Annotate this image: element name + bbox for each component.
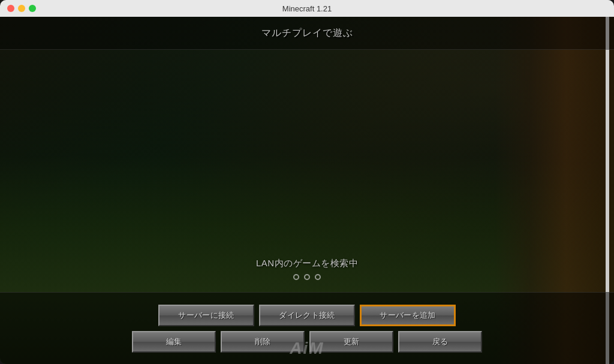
page-title: マルチプレイで遊ぶ xyxy=(261,27,353,40)
window-title: Minecraft 1.21 xyxy=(282,4,332,13)
edit-button[interactable]: 編集 xyxy=(132,331,216,353)
lan-status-text: LAN内のゲームを検索中 xyxy=(256,258,358,269)
title-bar: Minecraft 1.21 xyxy=(0,0,614,17)
main-window: Minecraft 1.21 マルチプレイで遊ぶ LAN内のゲームを検索中 xyxy=(0,0,614,364)
traffic-lights xyxy=(7,5,36,12)
minimize-button[interactable] xyxy=(18,5,25,12)
maximize-button[interactable] xyxy=(29,5,36,12)
lan-dot-2 xyxy=(304,274,310,280)
header-area: マルチプレイで遊ぶ xyxy=(0,17,614,50)
direct-connect-button[interactable]: ダイレクト接続 xyxy=(259,305,355,326)
add-server-button[interactable]: サーバーを追加 xyxy=(360,305,456,326)
close-button[interactable] xyxy=(7,5,14,12)
lan-status-area: LAN内のゲームを検索中 xyxy=(0,50,614,292)
main-content: マルチプレイで遊ぶ LAN内のゲームを検索中 サーバーに接続 ダイレクト接続 サ… xyxy=(0,17,614,364)
back-button[interactable]: 戻る xyxy=(398,331,482,353)
lan-dots xyxy=(293,274,321,280)
aim-text: AiM xyxy=(290,339,324,358)
lan-dot-3 xyxy=(315,274,321,280)
connect-server-button[interactable]: サーバーに接続 xyxy=(158,305,254,326)
lan-dot-1 xyxy=(293,274,299,280)
button-row-1: サーバーに接続 ダイレクト接続 サーバーを追加 xyxy=(97,305,517,326)
